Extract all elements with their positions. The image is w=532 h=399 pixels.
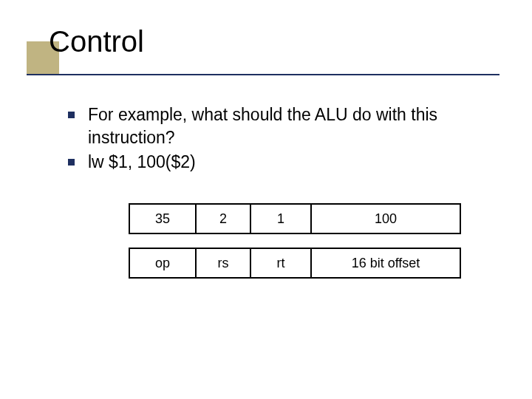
title-underline	[27, 74, 499, 75]
instruction-tables: 35 2 1 100 op rs rt 16 bit offset	[129, 203, 461, 292]
title-block: Control	[27, 25, 144, 58]
cell-rs-value: 2	[197, 205, 251, 233]
bullet-text: For example, what should the ALU do with…	[88, 103, 482, 149]
slide: Control For example, what should the ALU…	[0, 0, 532, 399]
bullet-square-icon	[68, 112, 75, 118]
bullet-square-icon	[68, 159, 75, 166]
cell-imm-value: 100	[312, 205, 460, 233]
bullet-text: lw $1, 100($2)	[88, 151, 196, 174]
cell-op-value: 35	[130, 205, 197, 233]
bullet-item: lw $1, 100($2)	[68, 151, 482, 174]
cell-rs-label: rs	[197, 249, 251, 277]
body-content: For example, what should the ALU do with…	[68, 103, 482, 175]
cell-rt-label: rt	[251, 249, 312, 277]
bullet-item: For example, what should the ALU do with…	[68, 103, 482, 149]
instruction-field-row: op rs rt 16 bit offset	[129, 248, 461, 279]
instruction-value-row: 35 2 1 100	[129, 203, 461, 234]
cell-imm-label: 16 bit offset	[312, 249, 460, 277]
cell-rt-value: 1	[251, 205, 312, 233]
slide-title: Control	[27, 25, 144, 58]
cell-op-label: op	[130, 249, 197, 277]
